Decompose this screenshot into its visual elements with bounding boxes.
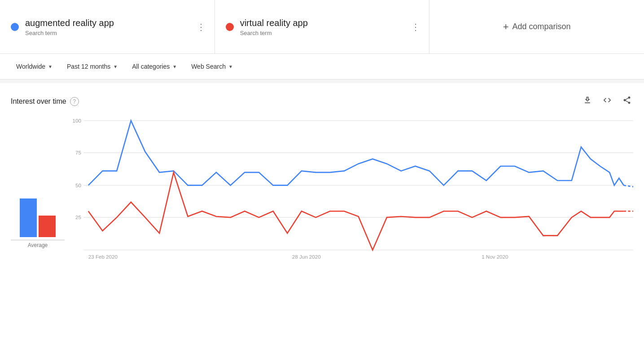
chart-section: Interest over time ? Average xyxy=(0,83,644,268)
add-comparison-label: Add comparison xyxy=(513,22,571,31)
search-terms-bar: augmented reality app Search term ⋮ virt… xyxy=(0,0,644,54)
filter-time[interactable]: Past 12 months ▼ xyxy=(61,59,123,74)
filters-bar: Worldwide ▼ Past 12 months ▼ All categor… xyxy=(0,54,644,79)
share-button[interactable] xyxy=(621,94,633,109)
avg-label: Average xyxy=(11,240,65,248)
red-line xyxy=(88,172,624,250)
term2-info: virtual reality app Search term xyxy=(240,17,419,36)
avg-bar-red xyxy=(39,216,56,237)
add-icon: + xyxy=(503,21,509,33)
chart-graph: 100 75 50 25 23 Feb 2020 28 Jun 2020 1 N… xyxy=(65,116,633,261)
chart-avg: Average xyxy=(11,116,65,261)
add-comparison-item[interactable]: + Add comparison xyxy=(429,0,644,53)
filter-geography[interactable]: Worldwide ▼ xyxy=(11,59,58,74)
term2-menu[interactable]: ⋮ xyxy=(409,20,422,34)
chart-actions xyxy=(581,94,633,109)
embed-button[interactable] xyxy=(601,94,613,109)
download-button[interactable] xyxy=(581,94,594,109)
add-comparison-btn[interactable]: + Add comparison xyxy=(503,21,571,33)
chart-title-area: Interest over time ? xyxy=(11,97,79,106)
interest-chart: 100 75 50 25 23 Feb 2020 28 Jun 2020 1 N… xyxy=(65,116,633,260)
avg-bars xyxy=(20,183,56,237)
term1-label: Search term xyxy=(25,30,204,36)
svg-text:23 Feb 2020: 23 Feb 2020 xyxy=(88,254,118,260)
time-chevron-icon: ▼ xyxy=(113,64,118,69)
term1-menu[interactable]: ⋮ xyxy=(195,20,207,34)
searchtype-chevron-icon: ▼ xyxy=(228,64,233,69)
filter-time-label: Past 12 months xyxy=(67,63,110,70)
filter-geography-label: Worldwide xyxy=(16,63,45,70)
geography-chevron-icon: ▼ xyxy=(48,64,53,69)
svg-text:28 Jun 2020: 28 Jun 2020 xyxy=(292,254,321,260)
term2-dot xyxy=(226,23,234,31)
filter-category-label: All categories xyxy=(132,63,170,70)
category-chevron-icon: ▼ xyxy=(172,64,177,69)
term1-name: augmented reality app xyxy=(25,17,204,29)
chart-header: Interest over time ? xyxy=(11,94,633,109)
term1-info: augmented reality app Search term xyxy=(25,17,204,36)
filter-search-type-label: Web Search xyxy=(191,63,226,70)
chart-container: Average 100 75 50 25 23 Feb xyxy=(11,116,633,261)
term2-name: virtual reality app xyxy=(240,17,419,29)
chart-title: Interest over time xyxy=(11,97,66,106)
svg-text:25: 25 xyxy=(75,214,81,220)
svg-text:75: 75 xyxy=(75,150,81,155)
blue-line xyxy=(88,121,624,185)
section-divider xyxy=(0,79,644,83)
term1-dot xyxy=(11,23,19,31)
svg-text:100: 100 xyxy=(73,118,82,123)
help-icon[interactable]: ? xyxy=(70,97,79,106)
search-term-item-2: virtual reality app Search term ⋮ xyxy=(215,0,430,53)
filter-search-type[interactable]: Web Search ▼ xyxy=(186,59,238,74)
avg-bar-blue xyxy=(20,198,37,237)
search-term-item-1: augmented reality app Search term ⋮ xyxy=(0,0,215,53)
filter-category[interactable]: All categories ▼ xyxy=(127,59,182,74)
term2-label: Search term xyxy=(240,30,419,36)
svg-text:50: 50 xyxy=(75,182,81,188)
svg-text:1 Nov 2020: 1 Nov 2020 xyxy=(482,254,508,260)
